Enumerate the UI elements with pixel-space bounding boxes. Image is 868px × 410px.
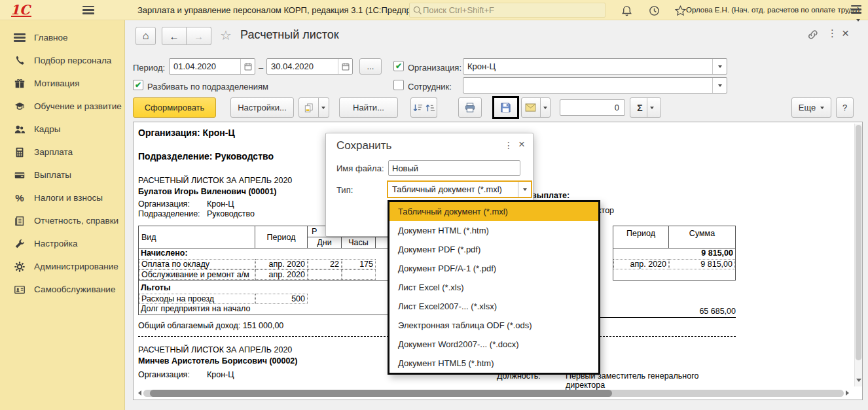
sidebar-item-motivatsiya[interactable]: Мотивация <box>0 72 124 95</box>
vertical-scrollbar[interactable] <box>854 124 862 386</box>
sidebar-item-nastroyka[interactable]: Настройка <box>0 232 124 255</box>
search-input[interactable] <box>423 5 593 15</box>
sort-ascending-button[interactable] <box>424 97 437 118</box>
dropdown-option-docx[interactable]: Документ Word2007-... (*.docx) <box>389 335 598 354</box>
back-button[interactable]: ← <box>162 27 187 45</box>
help-button[interactable]: ? <box>836 97 854 118</box>
horizontal-scrollbar-track[interactable] <box>143 390 844 397</box>
sidebar-item-glavnoe[interactable]: Главное <box>0 26 124 49</box>
chevron-down-icon <box>856 19 860 24</box>
dropdown-option-ods[interactable]: Электронная таблица ODF (*.ods) <box>389 316 598 335</box>
split-by-departments-checkbox[interactable]: ✔ <box>133 80 143 90</box>
global-search[interactable] <box>409 3 606 18</box>
more-actions-icon[interactable]: ⋮ <box>827 27 837 39</box>
period-from-input[interactable] <box>170 61 240 71</box>
favorites-star-icon[interactable] <box>673 3 687 18</box>
dropdown-option-xlsx[interactable]: Лист Excel2007-... (*.xlsx) <box>389 297 598 316</box>
dropdown-option-xls[interactable]: Лист Excel (*.xls) <box>389 278 598 297</box>
employee-checkbox[interactable]: ✔ <box>393 80 404 90</box>
dialog-close-icon[interactable]: × <box>518 138 525 151</box>
people-icon <box>13 123 26 136</box>
dropdown-option-html5[interactable]: Документ HTML5 (*.htm) <box>389 354 598 373</box>
history-icon[interactable] <box>647 3 661 18</box>
scroll-right-arrow-icon[interactable] <box>846 390 852 396</box>
user-menu-button[interactable] <box>851 5 868 26</box>
envelope-icon <box>525 103 536 112</box>
chevron-down-icon[interactable] <box>518 182 531 197</box>
period-to-input[interactable] <box>267 61 338 71</box>
dialog-more-icon[interactable]: ⋮ <box>504 140 513 150</box>
sort-descending-button[interactable] <box>410 97 424 118</box>
sidebar-item-administrirovanie[interactable]: Администрирование <box>0 255 124 278</box>
employee-combobox[interactable] <box>463 77 727 94</box>
sidebar-item-kadry[interactable]: Кадры <box>0 118 124 141</box>
sidebar-item-label: Зарплата <box>34 147 73 157</box>
dropdown-option-pdf[interactable]: Документ PDF (*.pdf) <box>389 240 598 259</box>
generate-button[interactable]: Сформировать <box>133 97 216 118</box>
sidebar-item-zarplata[interactable]: Зарплата <box>0 141 124 163</box>
dropdown-option-mxl[interactable]: Табличный документ (*.mxl) <box>389 202 598 221</box>
vertical-scrollbar-thumb[interactable] <box>856 125 861 360</box>
sidebar-item-otchetnost[interactable]: Отчетность, справки <box>0 209 124 232</box>
organization-checkbox[interactable]: ✔ <box>393 61 404 71</box>
scroll-left-arrow-icon[interactable] <box>136 390 141 396</box>
gear-icon <box>13 260 26 273</box>
chevron-down-icon[interactable] <box>712 59 727 74</box>
sidebar-item-podbor-personala[interactable]: Подбор персонала <box>0 49 124 72</box>
sidebar: Главное Подбор персонала Мотивация Обуче… <box>0 20 125 410</box>
sidebar-item-nalogi[interactable]: % Налоги и взносы <box>0 186 124 209</box>
sidebar-item-label: Администрирование <box>34 262 118 271</box>
send-email-button[interactable] <box>521 97 551 118</box>
chevron-down-icon[interactable] <box>712 78 727 93</box>
settings-button[interactable]: Настройки... <box>230 97 294 118</box>
calendar-icon[interactable] <box>338 59 352 74</box>
dropdown-option-pdfa1[interactable]: Документ PDF/A-1 (*.pdf) <box>389 259 598 278</box>
debt-start-label: Долг предприятия на начало <box>139 304 308 315</box>
favorite-star-icon[interactable]: ☆ <box>218 27 234 43</box>
report-variants-button[interactable] <box>298 97 329 118</box>
sum-button[interactable]: Σ <box>630 97 661 118</box>
forward-arrow-icon: → <box>194 31 204 42</box>
more-periods-button[interactable]: ... <box>359 58 382 75</box>
filename-input[interactable] <box>388 160 520 176</box>
filetype-combobox[interactable]: Табличный документ (*.mxl) <box>387 180 532 198</box>
filetype-dropdown: Табличный документ (*.mxl) Документ HTML… <box>388 200 600 375</box>
col-days: Дни <box>308 237 342 248</box>
current-user[interactable]: Орлова Е.Н. (Нач. отд. расчетов по оплат… <box>686 0 859 20</box>
find-button[interactable]: Найти... <box>339 97 398 118</box>
percent-icon: % <box>13 192 26 205</box>
more-button[interactable]: Еще <box>791 97 831 118</box>
cell-period: апр. 2020 <box>255 259 308 269</box>
sidebar-item-label: Отчетность, справки <box>34 216 118 226</box>
forward-button[interactable]: → <box>187 27 211 45</box>
organization-combobox[interactable]: Крон-Ц <box>463 58 727 75</box>
search-icon <box>412 5 423 16</box>
col-hours: Часы <box>342 237 376 248</box>
save-button-highlight <box>492 96 519 119</box>
calendar-icon[interactable] <box>240 59 255 74</box>
dropdown-option-htm[interactable]: Документ HTML (*.htm) <box>389 221 598 240</box>
horizontal-scrollbar-thumb[interactable] <box>150 390 612 397</box>
period-label: Период: <box>133 63 165 73</box>
autosum-field[interactable] <box>560 99 625 116</box>
window-nav-row: ⌂ ← → ☆ Расчетный листок ⋮ × <box>125 20 868 52</box>
payslip-employee: Булатов Игорь Виленович (00001) <box>138 187 277 196</box>
main-menu-button[interactable] <box>82 6 94 16</box>
sidebar-item-label: Налоги и взносы <box>34 193 103 203</box>
home-button[interactable]: ⌂ <box>136 27 156 45</box>
wrench-icon <box>13 237 26 250</box>
close-icon[interactable]: × <box>842 26 849 41</box>
horizontal-scrollbar[interactable] <box>136 388 852 398</box>
cell-days: 22 <box>308 259 342 269</box>
print-button[interactable] <box>458 97 482 118</box>
sidebar-item-obuchenie[interactable]: Обучение и развитие <box>0 95 124 118</box>
printer-icon <box>464 102 476 113</box>
get-link-icon[interactable] <box>806 29 820 41</box>
sidebar-item-vyplaty[interactable]: Выплаты <box>0 163 124 186</box>
sort-ascending-icon <box>425 103 435 113</box>
sidebar-item-samoobsluzhivanie[interactable]: Самообслуживание <box>0 278 124 301</box>
notifications-bell-icon[interactable] <box>619 3 634 18</box>
chevron-down-icon <box>820 107 824 111</box>
scroll-down-arrow-icon[interactable] <box>856 379 861 384</box>
save-button[interactable] <box>494 98 517 117</box>
